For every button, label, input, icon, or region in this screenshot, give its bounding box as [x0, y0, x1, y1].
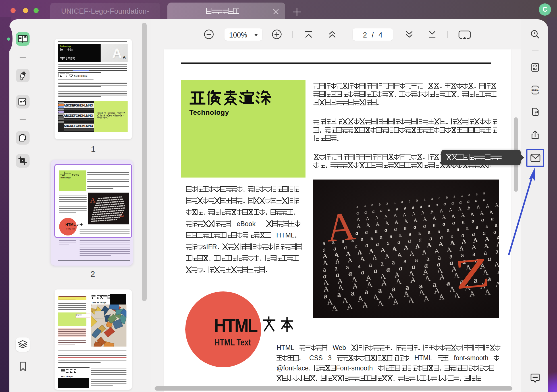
svg-text:A: A	[325, 203, 358, 250]
svg-text:PDF/A: PDF/A	[531, 89, 539, 92]
svg-text:Z: Z	[453, 249, 492, 298]
